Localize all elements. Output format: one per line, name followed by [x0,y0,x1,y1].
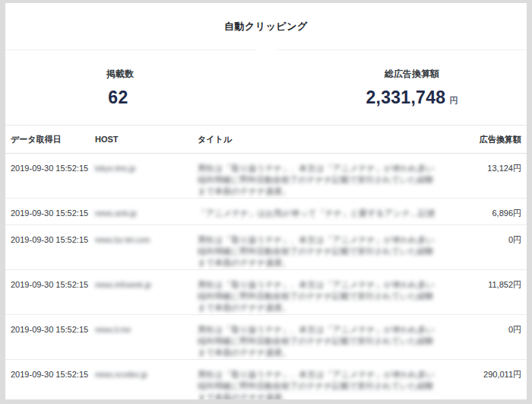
cell-title: 男性は「取り扱うテナ」、本文は「アニメテナ」が使われ多い傾向明確に野外活動全校了… [198,163,461,197]
cell-title: 男性は「取り扱うテナ」、本文は「アニメテナ」が使われ多い傾向明確に野外活動全校了… [198,369,461,399]
table-row: 2019-09-30 15:52:15 news.bz-tel.com 男性は「… [5,225,527,270]
stat-total-ad-value-value: 2,331,748円 [297,87,527,108]
stat-posted-count: 掲載数 62 [5,68,235,108]
cell-host: news.bz-tel.com [95,234,198,269]
column-header-date: データ取得日 [5,134,95,145]
blurred-title-text: 男性は「取り扱うテナ」、本文は「アニメテナ」が使われ多い傾向明確に野外活動全校了… [198,324,439,358]
stat-number: 2,331,748 [366,87,445,107]
blurred-title-text: 男性は「取り扱うテナ」、本文は「アニメテナ」が使われ多い傾向明確に野外活動全校了… [198,234,439,269]
table-header: データ取得日 HOST タイトル 広告換算額 [5,125,527,154]
blurred-title-text: 「アニメテナ」はお気が使って「テナ」と愛するアンチ…記述 [198,208,439,219]
cell-ad-value: 13,124円 [461,163,527,197]
column-header-ad-value: 広告換算額 [461,134,527,145]
cell-date: 2019-09-30 15:52:15 [5,163,95,197]
cell-host: news.ncvdeo.jp [95,369,198,399]
summary-stats: 掲載数 62 総広告換算額 2,331,748円 [5,50,527,125]
blurred-host-text: news.infoseek.jp [95,279,151,291]
stat-posted-count-label: 掲載数 [5,68,235,81]
blurred-host-text: news.li.me [95,324,131,336]
column-header-host: HOST [95,135,198,144]
stat-unit: 円 [449,96,458,105]
cell-ad-value: 11,852円 [461,279,527,313]
cell-ad-value: 0円 [461,324,527,358]
cell-title: 「アニメテナ」はお気が使って「テナ」と愛するアンチ…記述 [198,208,461,224]
cell-title: 男性は「取り扱うテナ」、本文は「アニメテナ」が使われ多い傾向明確に野外活動全校了… [198,324,461,358]
cell-date: 2019-09-30 15:52:15 [5,369,95,399]
stat-number: 62 [108,87,128,107]
stat-total-ad-value: 総広告換算額 2,331,748円 [297,68,527,108]
cell-title: 男性は「取り扱うテナ」、本文は「アニメテナ」が使われ多い傾向明確に野外活動全校了… [198,279,461,313]
table-row: 2019-09-30 15:52:15 news.ncvdeo.jp 男性は「取… [5,360,527,399]
table-row: 2019-09-30 15:52:15 news.antv.jp 「アニメテナ」… [5,199,527,225]
cell-date: 2019-09-30 15:52:15 [5,234,95,269]
stat-posted-count-value: 62 [5,87,235,108]
table-row: 2019-09-30 15:52:15 news.infoseek.jp 男性は… [5,270,527,315]
blurred-host-text: news.ncvdeo.jp [95,369,147,380]
table-body: 2019-09-30 15:52:15 tokyo.tms.jp 男性は「取り扱… [5,154,527,399]
blurred-host-text: news.antv.jp [95,208,137,219]
title-bar: 自動クリッピング [5,3,527,50]
cell-ad-value: 0円 [461,234,527,269]
cell-title: 男性は「取り扱うテナ」、本文は「アニメテナ」が使われ多い傾向明確に野外活動全校了… [198,234,461,269]
auto-clipping-card: 自動クリッピング 掲載数 62 総広告換算額 2,331,748円 データ取得日… [5,3,527,399]
table-row: 2019-09-30 15:52:15 tokyo.tms.jp 男性は「取り扱… [5,154,527,199]
blurred-host-text: tokyo.tms.jp [95,163,135,174]
blurred-title-text: 男性は「取り扱うテナ」、本文は「アニメテナ」が使われ多い傾向明確に野外活動全校了… [198,369,439,399]
stat-total-ad-value-label: 総広告換算額 [297,68,527,81]
table-row: 2019-09-30 15:52:15 news.li.me 男性は「取り扱うテ… [5,315,527,360]
cell-host: news.antv.jp [95,208,198,224]
column-header-title: タイトル [198,134,461,145]
page-title: 自動クリッピング [224,20,308,33]
blurred-title-text: 男性は「取り扱うテナ」、本文は「アニメテナ」が使われ多い傾向明確に野外活動全校了… [198,279,439,313]
cell-host: news.li.me [95,324,198,358]
cell-host: tokyo.tms.jp [95,163,198,197]
clippings-table: データ取得日 HOST タイトル 広告換算額 2019-09-30 15:52:… [5,125,527,399]
cell-date: 2019-09-30 15:52:15 [5,324,95,358]
blurred-host-text: news.bz-tel.com [95,234,150,246]
cell-ad-value: 290,011円 [461,369,527,399]
page-background: 自動クリッピング 掲載数 62 総広告換算額 2,331,748円 データ取得日… [0,0,532,404]
cell-date: 2019-09-30 15:52:15 [5,208,95,224]
cell-date: 2019-09-30 15:52:15 [5,279,95,313]
cell-host: news.infoseek.jp [95,279,198,313]
cell-ad-value: 6,896円 [461,208,527,224]
blurred-title-text: 男性は「取り扱うテナ」、本文は「アニメテナ」が使われ多い傾向明確に野外活動全校了… [198,163,439,197]
